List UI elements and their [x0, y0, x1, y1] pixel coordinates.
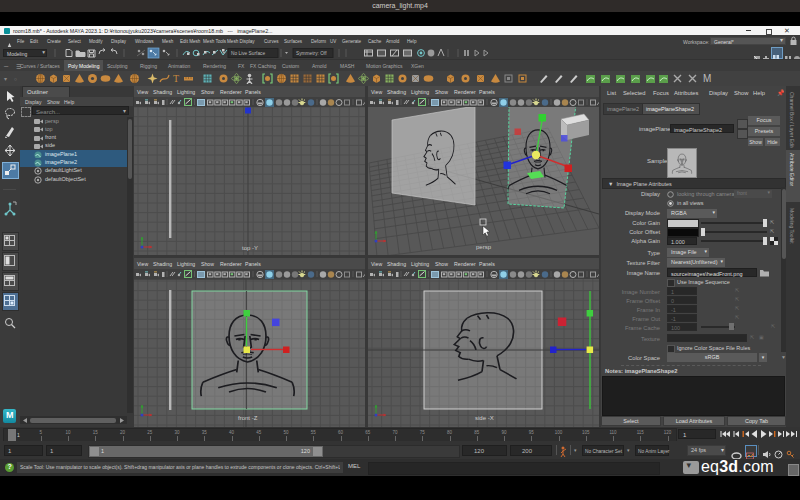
svg-text:M: M — [703, 73, 711, 84]
svg-text:top -Y: top -Y — [242, 245, 258, 251]
svg-text:front -Z: front -Z — [238, 415, 258, 421]
svg-text:No Live Surface: No Live Surface — [231, 51, 265, 56]
svg-text:T: T — [173, 73, 179, 84]
svg-text:side -X: side -X — [475, 415, 494, 421]
svg-text:Symmetry: Off: Symmetry: Off — [296, 51, 327, 56]
svg-text:persp: persp — [476, 244, 492, 250]
